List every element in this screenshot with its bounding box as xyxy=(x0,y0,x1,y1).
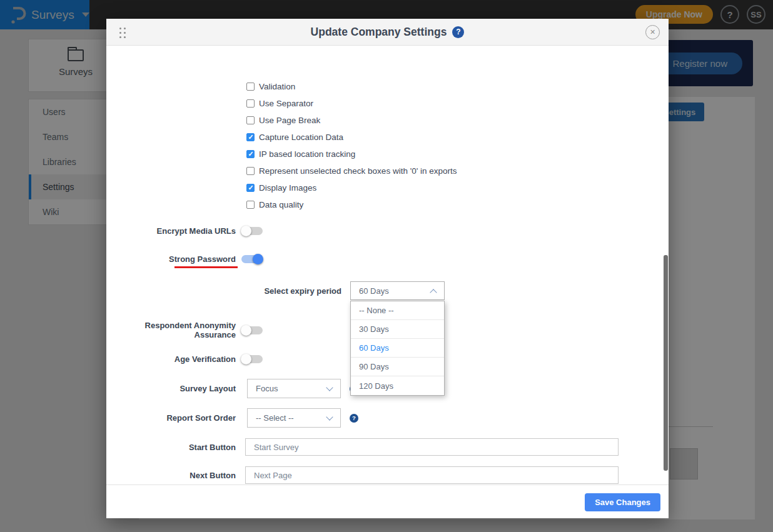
modal-header: Update Company Settings xyxy=(106,19,669,46)
modal-footer: Save Changes xyxy=(106,484,669,518)
expiry-option-120-days[interactable]: 120 Days xyxy=(351,376,444,395)
unselected-zero-label: Represent unselected check boxes with '0… xyxy=(259,166,457,176)
modal-body: Validation Use Separator Use Page Break … xyxy=(106,46,669,484)
next-button-label: Next Button xyxy=(106,471,236,480)
age-verification-row: Age Verification xyxy=(106,353,263,364)
drag-handle-icon[interactable] xyxy=(119,28,121,29)
checkbox-row-capture-location: Capture Location Data xyxy=(246,130,343,144)
expiry-period-row: Select expiry period 60 Days xyxy=(106,281,445,300)
app-root: Surveys Upgrade Now ? SS Surveys Users T… xyxy=(0,0,773,532)
start-button-row: Start Button xyxy=(106,438,619,456)
checkbox-row-use-page-break: Use Page Break xyxy=(246,113,320,127)
expiry-option-90-days[interactable]: 90 Days xyxy=(351,358,444,376)
expiry-period-label: Select expiry period xyxy=(106,286,341,296)
chevron-up-icon xyxy=(430,289,437,296)
expiry-period-dropdown: -- None -- 30 Days 60 Days 90 Days 120 D… xyxy=(350,301,445,396)
report-sort-order-select[interactable]: -- Select -- xyxy=(247,408,341,428)
use-page-break-label: Use Page Break xyxy=(259,116,320,125)
data-quality-checkbox[interactable] xyxy=(246,201,255,209)
chevron-down-icon xyxy=(326,413,333,420)
validation-label: Validation xyxy=(259,82,295,91)
strong-password-label: Strong Password xyxy=(106,254,236,264)
capture-location-checkbox[interactable] xyxy=(246,133,255,141)
report-sort-order-row: Report Sort Order -- Select -- xyxy=(106,408,358,428)
use-separator-label: Use Separator xyxy=(259,99,313,108)
strong-password-highlight-underline xyxy=(174,266,238,268)
ip-tracking-checkbox[interactable] xyxy=(246,150,255,158)
checkbox-row-unselected-zero: Represent unselected check boxes with '0… xyxy=(246,164,457,178)
save-changes-button[interactable]: Save Changes xyxy=(585,493,660,511)
start-button-label: Start Button xyxy=(106,443,236,452)
ip-tracking-label: IP based location tracking xyxy=(259,149,355,159)
validation-checkbox[interactable] xyxy=(246,83,255,91)
checkbox-row-validation: Validation xyxy=(246,79,295,93)
next-button-row: Next Button xyxy=(106,466,619,484)
encrypt-media-row: Encrypt Media URLs xyxy=(106,225,263,236)
title-help-icon[interactable] xyxy=(452,26,464,38)
survey-layout-select[interactable]: Focus xyxy=(247,379,341,398)
survey-layout-label: Survey Layout xyxy=(106,384,236,393)
expiry-option-none[interactable]: -- None -- xyxy=(351,301,444,320)
survey-layout-row: Survey Layout Focus xyxy=(106,379,358,398)
checkbox-row-ip-tracking: IP based location tracking xyxy=(246,147,355,161)
expiry-option-30-days[interactable]: 30 Days xyxy=(351,320,444,339)
next-button-input[interactable] xyxy=(245,466,619,484)
chevron-down-icon xyxy=(326,384,333,391)
age-verification-toggle[interactable] xyxy=(241,355,263,363)
report-sort-order-value: -- Select -- xyxy=(256,413,294,423)
use-separator-checkbox[interactable] xyxy=(246,99,255,108)
encrypt-media-label: Encrypt Media URLs xyxy=(106,226,236,236)
respondent-anonymity-label: Respondent Anonymity Assurance xyxy=(106,321,236,339)
respondent-anonymity-row: Respondent Anonymity Assurance xyxy=(106,324,263,336)
display-images-checkbox[interactable] xyxy=(246,184,255,192)
expiry-period-value: 60 Days xyxy=(359,286,389,296)
checkbox-row-use-separator: Use Separator xyxy=(246,96,313,110)
age-verification-label: Age Verification xyxy=(106,354,236,364)
expiry-option-60-days[interactable]: 60 Days xyxy=(351,339,444,358)
use-page-break-checkbox[interactable] xyxy=(246,116,255,124)
capture-location-label: Capture Location Data xyxy=(259,133,343,142)
strong-password-toggle[interactable] xyxy=(241,255,263,263)
expiry-period-select[interactable]: 60 Days xyxy=(350,281,445,300)
modal-scrollbar-thumb[interactable] xyxy=(664,255,668,471)
report-sort-order-help-icon[interactable] xyxy=(350,414,358,423)
encrypt-media-toggle[interactable] xyxy=(241,227,263,235)
modal-title: Update Company Settings xyxy=(311,26,447,39)
display-images-label: Display Images xyxy=(259,183,316,193)
data-quality-label: Data quality xyxy=(259,200,303,209)
strong-password-row: Strong Password xyxy=(106,253,263,264)
survey-layout-value: Focus xyxy=(256,384,278,393)
checkbox-row-data-quality: Data quality xyxy=(246,198,303,211)
start-button-input[interactable] xyxy=(245,438,619,456)
update-company-settings-modal: Update Company Settings Validation Use S… xyxy=(106,19,669,518)
close-icon[interactable] xyxy=(645,25,660,39)
respondent-anonymity-toggle[interactable] xyxy=(241,326,263,334)
checkbox-row-display-images: Display Images xyxy=(246,181,316,194)
report-sort-order-label: Report Sort Order xyxy=(106,413,236,423)
unselected-zero-checkbox[interactable] xyxy=(246,167,255,175)
